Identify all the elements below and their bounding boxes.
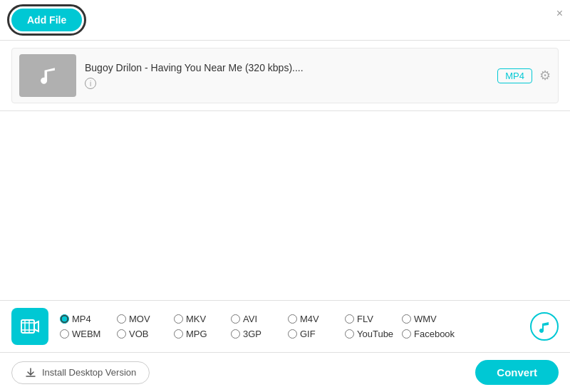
download-icon bbox=[25, 367, 36, 378]
video-icon-wrap bbox=[11, 308, 48, 345]
format-radio-avi[interactable] bbox=[231, 314, 240, 324]
format-radio-mp4[interactable] bbox=[60, 314, 69, 324]
format-radio-mov[interactable] bbox=[117, 314, 126, 324]
format-radio-mpg[interactable] bbox=[174, 329, 183, 339]
format-option-vob[interactable]: VOB bbox=[117, 329, 174, 339]
format-grid: MP4 MOV MKV AVI M4V FLV WM bbox=[60, 314, 523, 339]
format-badge[interactable]: MP4 bbox=[497, 68, 532, 83]
format-option-facebook[interactable]: Facebook bbox=[402, 329, 459, 339]
music-icon bbox=[35, 63, 61, 88]
format-radio-flv[interactable] bbox=[345, 314, 354, 324]
format-panel: MP4 MOV MKV AVI M4V FLV WM bbox=[0, 301, 570, 353]
format-option-gif[interactable]: GIF bbox=[288, 329, 345, 339]
format-radio-facebook[interactable] bbox=[402, 329, 411, 339]
format-option-mpg[interactable]: MPG bbox=[174, 329, 231, 339]
audio-icon bbox=[537, 319, 551, 334]
info-icon[interactable]: i bbox=[85, 78, 96, 89]
format-option-mov[interactable]: MOV bbox=[117, 314, 174, 324]
format-option-wmv[interactable]: WMV bbox=[402, 314, 459, 324]
action-bar: Install Desktop Version Convert bbox=[0, 353, 570, 392]
format-radio-vob[interactable] bbox=[117, 329, 126, 339]
file-info: Bugoy Drilon - Having You Near Me (320 k… bbox=[85, 62, 489, 90]
close-button[interactable]: × bbox=[556, 7, 563, 20]
svg-rect-0 bbox=[21, 320, 34, 333]
format-option-flv[interactable]: FLV bbox=[345, 314, 402, 324]
film-icon bbox=[20, 316, 40, 336]
install-button-label: Install Desktop Version bbox=[42, 367, 136, 378]
audio-mode-button[interactable] bbox=[530, 312, 559, 341]
file-thumbnail bbox=[19, 54, 76, 97]
format-option-mkv[interactable]: MKV bbox=[174, 314, 231, 324]
format-option-3gp[interactable]: 3GP bbox=[231, 329, 288, 339]
format-option-youtube[interactable]: YouTube bbox=[345, 329, 402, 339]
format-option-mp4[interactable]: MP4 bbox=[60, 314, 117, 324]
file-title: Bugoy Drilon - Having You Near Me (320 k… bbox=[85, 62, 489, 73]
format-row-1: MP4 MOV MKV AVI M4V FLV WM bbox=[60, 314, 523, 324]
file-list: Bugoy Drilon - Having You Near Me (320 k… bbox=[0, 41, 570, 111]
gear-icon[interactable]: ⚙ bbox=[539, 68, 551, 83]
add-file-button[interactable]: Add File bbox=[11, 9, 82, 31]
format-radio-mkv[interactable] bbox=[174, 314, 183, 324]
format-option-m4v[interactable]: M4V bbox=[288, 314, 345, 324]
top-bar: Add File × bbox=[0, 0, 570, 41]
format-radio-youtube[interactable] bbox=[345, 329, 354, 339]
format-radio-3gp[interactable] bbox=[231, 329, 240, 339]
convert-button[interactable]: Convert bbox=[475, 360, 559, 385]
format-option-avi[interactable]: AVI bbox=[231, 314, 288, 324]
empty-area bbox=[0, 111, 570, 254]
format-radio-m4v[interactable] bbox=[288, 314, 297, 324]
format-radio-gif[interactable] bbox=[288, 329, 297, 339]
format-option-webm[interactable]: WEBM bbox=[60, 329, 117, 339]
format-radio-webm[interactable] bbox=[60, 329, 69, 339]
format-radio-wmv[interactable] bbox=[402, 314, 411, 324]
bottom-panel: MP4 MOV MKV AVI M4V FLV WM bbox=[0, 300, 570, 392]
format-row-2: WEBM VOB MPG 3GP GIF YouTube bbox=[60, 329, 523, 339]
file-actions: MP4 ⚙ bbox=[497, 68, 551, 83]
install-button[interactable]: Install Desktop Version bbox=[11, 361, 150, 384]
file-item: Bugoy Drilon - Having You Near Me (320 k… bbox=[11, 48, 559, 103]
